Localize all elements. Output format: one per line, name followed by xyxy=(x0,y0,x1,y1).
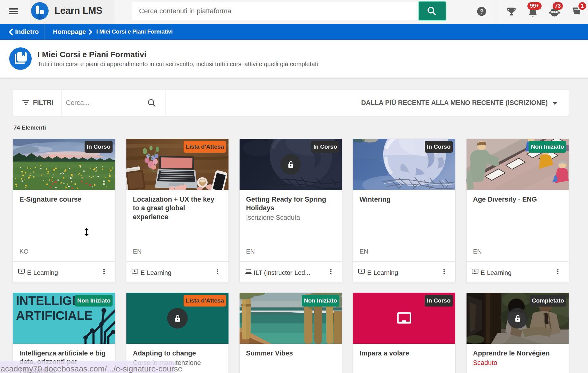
svg-text:?: ? xyxy=(480,8,483,15)
svg-text:ARTIFICIALE: ARTIFICIALE xyxy=(16,309,93,322)
